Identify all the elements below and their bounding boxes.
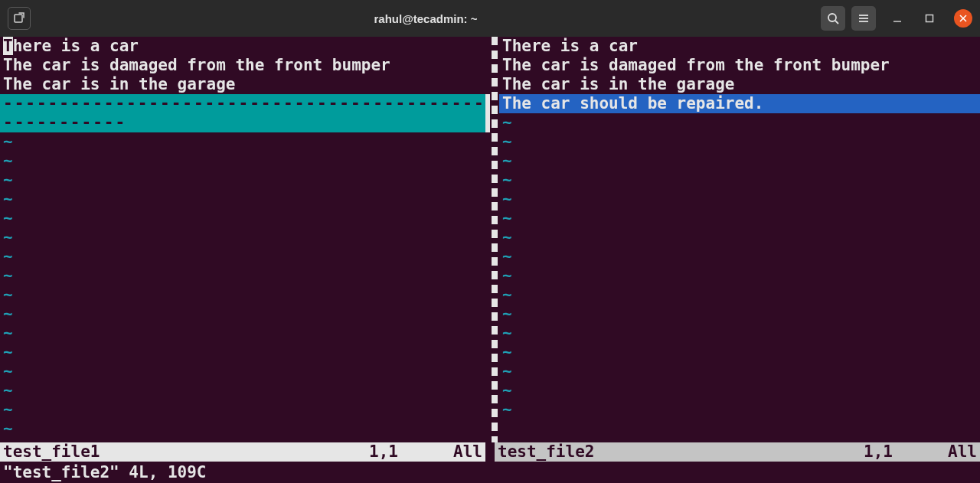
empty-line-tilde: ~ <box>0 171 490 190</box>
pane-right-content: There is a car The car is damaged from t… <box>499 37 980 442</box>
maximize-button[interactable] <box>919 8 940 29</box>
text-line: There is a car <box>0 37 490 56</box>
status-left-spacer <box>103 442 366 462</box>
titlebar-right <box>821 6 972 31</box>
status-right-spacer <box>597 442 861 462</box>
empty-line-tilde: ~ <box>499 305 980 324</box>
text-line: The car is in the garage <box>0 75 490 94</box>
search-icon <box>827 12 839 24</box>
svg-rect-7 <box>926 15 933 22</box>
empty-line-tilde: ~ <box>0 132 490 152</box>
empty-line-tilde: ~ <box>0 152 490 171</box>
empty-line-tilde: ~ <box>499 132 980 152</box>
empty-line-tilde: ~ <box>0 247 490 266</box>
status-right-scroll: All <box>896 442 980 462</box>
empty-line-tilde: ~ <box>0 190 490 209</box>
vertical-split-bar[interactable] <box>492 37 498 442</box>
minimize-icon <box>893 14 902 23</box>
status-left-cursor: 1,1 <box>366 442 401 462</box>
vim-split-panes: There is a car The car is damaged from t… <box>0 37 980 442</box>
status-gap <box>485 442 495 462</box>
empty-line-tilde: ~ <box>499 209 980 228</box>
fold-marker <box>485 94 490 132</box>
svg-rect-0 <box>15 15 22 22</box>
empty-line-tilde: ~ <box>499 152 980 171</box>
empty-line-tilde: ~ <box>0 343 490 362</box>
empty-line-tilde: ~ <box>0 286 490 305</box>
pane-left-content: There is a car The car is damaged from t… <box>0 37 490 442</box>
window-title: rahul@tecadmin: ~ <box>31 12 821 25</box>
status-right-cursor: 1,1 <box>861 442 896 462</box>
new-tab-icon <box>13 12 25 24</box>
titlebar-left <box>8 7 31 30</box>
empty-line-tilde: ~ <box>0 381 490 400</box>
menu-icon <box>858 12 870 24</box>
text-line: The car is in the garage <box>499 75 980 94</box>
empty-line-tilde: ~ <box>499 113 980 132</box>
status-left-scroll: All <box>401 442 485 462</box>
empty-line-tilde: ~ <box>499 324 980 343</box>
empty-line-tilde: ~ <box>499 286 980 305</box>
window-titlebar: rahul@tecadmin: ~ <box>0 0 980 37</box>
diff-deleted-line: ----------------------------------------… <box>0 94 490 132</box>
new-tab-button[interactable] <box>8 7 31 30</box>
status-right-filename: test_file2 <box>495 442 597 462</box>
search-button[interactable] <box>821 6 845 31</box>
terminal-area[interactable]: There is a car The car is damaged from t… <box>0 37 980 483</box>
empty-line-tilde: ~ <box>0 266 490 286</box>
menu-button[interactable] <box>851 6 876 31</box>
text-line: The car is damaged from the front bumper <box>499 56 980 75</box>
empty-line-tilde: ~ <box>499 266 980 286</box>
svg-point-1 <box>828 14 836 21</box>
line-rest: here is a car <box>13 37 139 55</box>
empty-line-tilde: ~ <box>0 305 490 324</box>
empty-line-tilde: ~ <box>0 400 490 419</box>
empty-line-tilde: ~ <box>0 419 490 439</box>
empty-line-tilde: ~ <box>0 324 490 343</box>
close-button[interactable] <box>954 9 972 28</box>
minimize-button[interactable] <box>887 8 908 29</box>
cursor-cell: T <box>3 37 13 55</box>
empty-line-tilde: ~ <box>499 247 980 266</box>
empty-line-tilde: ~ <box>499 400 980 419</box>
empty-line-tilde: ~ <box>499 171 980 190</box>
empty-line-tilde: ~ <box>0 228 490 247</box>
text-line: The car is damaged from the front bumper <box>0 56 490 75</box>
diff-filler-dashes: ----------------------------------------… <box>3 94 485 132</box>
diff-added-line: The car should be repaired. <box>499 94 980 113</box>
empty-line-tilde: ~ <box>0 362 490 381</box>
text-line: There is a car <box>499 37 980 56</box>
empty-line-tilde: ~ <box>499 343 980 362</box>
pane-left[interactable]: There is a car The car is damaged from t… <box>0 37 490 442</box>
empty-line-tilde: ~ <box>0 209 490 228</box>
close-icon <box>959 15 967 22</box>
empty-line-tilde: ~ <box>499 190 980 209</box>
vim-command-line[interactable]: "test_file2" 4L, 109C <box>0 462 980 483</box>
empty-line-tilde: ~ <box>499 381 980 400</box>
svg-line-2 <box>835 21 838 24</box>
status-left-filename: test_file1 <box>0 442 103 462</box>
empty-line-tilde: ~ <box>499 362 980 381</box>
maximize-icon <box>925 14 934 23</box>
vim-statusline: test_file1 1,1 All test_file2 1,1 All <box>0 442 980 462</box>
pane-right[interactable]: There is a car The car is damaged from t… <box>499 37 980 442</box>
empty-line-tilde: ~ <box>499 228 980 247</box>
